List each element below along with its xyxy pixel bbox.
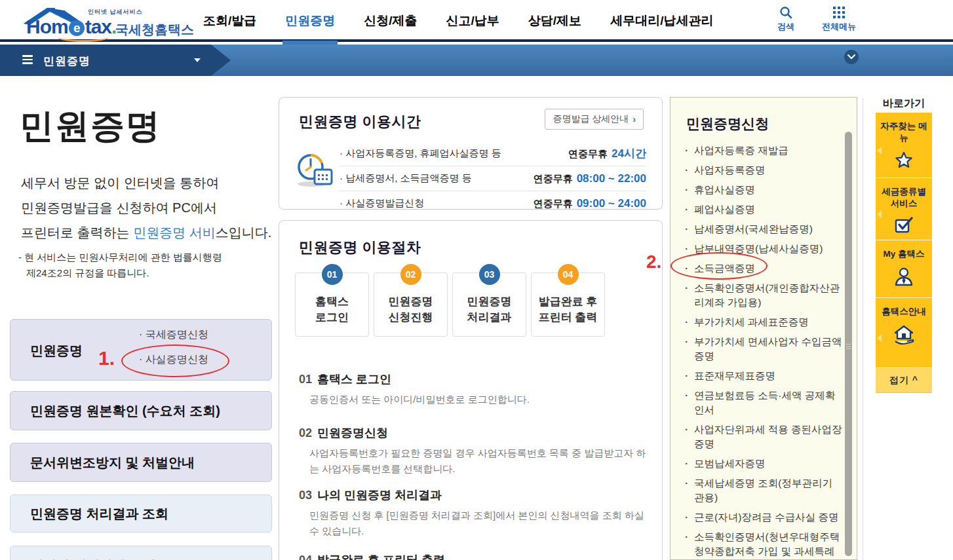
- clock-calendar-icon: [294, 150, 334, 191]
- step-number-badge: 01: [322, 264, 343, 285]
- step-card-apply: 02 민원증명신청진행: [374, 272, 448, 337]
- step-detail-heading: 02민원증명신청: [299, 425, 388, 441]
- issuance-detail-button[interactable]: 증명발급 상세안내›: [545, 109, 644, 130]
- step-card-print: 04 발급완료 후프린터 출력: [531, 272, 605, 337]
- link-national-tax-cert[interactable]: · 국세증명신청: [139, 328, 208, 342]
- search-icon: [779, 6, 792, 19]
- expand-menu-button[interactable]: [844, 50, 859, 64]
- step-detail-heading: 04발급완료 후 프린터 출력: [299, 552, 445, 560]
- time-row: · 납세증명서, 소득금액증명 등 연중무휴08:00 ~ 22:00: [340, 166, 646, 191]
- quick-item-favorite-menu[interactable]: 자주찾는 메뉴: [876, 113, 932, 178]
- nav-report-pay[interactable]: 신고/납부: [445, 0, 501, 43]
- logo-swoosh: [58, 33, 109, 42]
- nav-tax-agent[interactable]: 세무대리/납세관리: [609, 0, 714, 43]
- cert-item-payment-history[interactable]: 납부내역증명(납세사실증명): [685, 242, 842, 256]
- grid-menu-icon: [832, 6, 846, 19]
- certificate-list: 사업자등록증 재발급 사업자등록증명 휴업사실증명 폐업사실증명 납세증명서(국…: [685, 143, 842, 560]
- check-icon: [894, 216, 914, 234]
- procedure-title: 민원증명 이용절차: [299, 238, 421, 257]
- menu-box-forgery-prevention[interactable]: 문서위변조방지 및 처벌안내: [10, 443, 272, 482]
- cert-item-vat-base[interactable]: 부가가치세 과세표준증명: [685, 315, 842, 329]
- chevron-down-icon: [847, 54, 855, 60]
- nav-civil-certificate[interactable]: 민원증명: [284, 0, 336, 43]
- step-card-login: 01 홈택스로그인: [295, 272, 369, 337]
- quick-sidebar: 자주찾는 메뉴 세금종류별 서비스 My 홈택스 홈택스안내 접기 ^: [876, 113, 932, 393]
- cert-item-income-isa[interactable]: 소득확인증명서(개인종합자산관리계좌 가입용): [685, 281, 842, 310]
- step-number-badge: 02: [400, 264, 421, 285]
- procedure-box: 민원증명 이용절차 01 홈택스로그인 02 민원증명신청진행 03 민원증명처…: [279, 220, 663, 560]
- subnav-title: 민원증명: [43, 54, 90, 69]
- cert-item-vat-exempt[interactable]: 부가가치세 면세사업자 수입금액증명: [685, 335, 842, 364]
- step-detail-heading: 03나의 민원증명 처리결과: [299, 487, 442, 503]
- arrow-left-icon: [877, 147, 882, 155]
- main-nav: 조회/발급 민원증명 신청/제출 신고/납부 상담/제보 세무대리/납세관리: [202, 0, 714, 42]
- arrow-left-icon: [877, 334, 882, 342]
- star-icon: [894, 151, 914, 170]
- menu-box-original-check[interactable]: 민원증명 원본확인 (수요처 조회): [10, 391, 272, 430]
- cert-item-model-taxpayer[interactable]: 모범납세자증명: [685, 457, 842, 471]
- certificate-panel-title: 민원증명신청: [686, 115, 769, 133]
- cert-item-suspension[interactable]: 휴업사실증명: [685, 183, 842, 197]
- vertical-divider: [863, 98, 863, 560]
- time-row: · 사업자등록증명, 휴폐업사실증명 등 연중무휴24시간: [340, 141, 646, 166]
- chevron-right-icon: ›: [632, 114, 636, 124]
- nav-consult-report[interactable]: 상담/제보: [527, 0, 583, 43]
- usage-time-rows: · 사업자등록증명, 휴폐업사실증명 등 연중무휴24시간 · 납세증명서, 소…: [340, 141, 646, 215]
- menu-box-waiting-count[interactable]: 민원실 대기인원 조회: [10, 546, 272, 560]
- procedure-steps: 01 홈택스로그인 02 민원증명신청진행 03 민원증명처리결과 04 발급완…: [295, 272, 605, 337]
- hometax-logo[interactable]: 인터넷 납세서비스 Hometax. 국세청홈택스: [17, 4, 181, 39]
- cert-item-biz-registration[interactable]: 사업자등록증명: [685, 163, 842, 177]
- header-tools: 검색 전체메뉴: [777, 6, 856, 33]
- cert-item-biz-reissue[interactable]: 사업자등록증 재발급: [685, 143, 842, 158]
- step-detail-desc: 공동인증서 또는 아이디/비밀번호로 로그인합니다.: [309, 392, 653, 407]
- cert-item-closure[interactable]: 폐업사실증명: [685, 202, 842, 217]
- menu-box-civil-certificate[interactable]: 민원증명 · 국세증명신청 · 사실증명신청: [10, 319, 272, 381]
- subnav-current-section[interactable]: 민원증명: [0, 45, 231, 76]
- scrollbar-thumb[interactable]: [845, 132, 852, 556]
- all-menu-button[interactable]: 전체메뉴: [822, 6, 856, 33]
- annotation-number-1: 1.: [98, 347, 115, 369]
- chevron-down-icon[interactable]: [194, 58, 201, 62]
- cert-item-pension-deduction[interactable]: 연금보험료등 소득·세액 공제확인서: [685, 388, 842, 417]
- all-menu-label: 전체메뉴: [822, 21, 856, 33]
- cert-item-income-amount[interactable]: 소득금액증명: [685, 261, 842, 276]
- cert-item-financial-statements[interactable]: 표준재무제표증명: [685, 369, 842, 383]
- menu-box-title: 민원증명: [30, 342, 83, 360]
- cert-item-eitc[interactable]: 근로(자녀)장려금 수급사실 증명: [685, 510, 842, 525]
- cert-item-youth-savings[interactable]: 소득확인증명서(청년우대형주택청약종합저축 가입 및 과세특례 신청용): [685, 530, 842, 560]
- logo-suffix: 국세청홈택스: [115, 21, 194, 39]
- nav-inquiry-issue[interactable]: 조회/발급: [202, 0, 258, 43]
- usage-time-title: 민원증명 이용시간: [299, 112, 421, 132]
- menu-box-result-inquiry[interactable]: 민원증명 처리결과 조회: [10, 495, 272, 532]
- annotation-number-2: 2.: [646, 252, 661, 272]
- menu-box-links: · 국세증명신청 · 사실증명신청: [139, 328, 208, 378]
- quick-item-hometax-guide[interactable]: 홈택스안내: [876, 298, 932, 368]
- step-detail-desc: 사업자등록번호가 필요한 증명일 경우 사업자등록번호 목록 중 발급받고자 하…: [309, 445, 653, 477]
- collapse-button[interactable]: 접기 ^: [876, 368, 932, 392]
- top-header: 인터넷 납세서비스 Hometax. 국세청홈택스 조회/발급 민원증명 신청/…: [0, 0, 953, 42]
- quick-item-my-hometax[interactable]: My 홈택스: [876, 240, 932, 298]
- step-number-badge: 03: [479, 264, 500, 285]
- certificate-panel: 민원증명신청 사업자등록증 재발급 사업자등록증명 휴업사실증명 폐업사실증명 …: [670, 97, 857, 560]
- step-card-result: 03 민원증명처리결과: [452, 272, 526, 337]
- quick-item-tax-type-services[interactable]: 세금종류별 서비스: [876, 178, 932, 240]
- page-intro: 세무서 방문 없이 인터넷을 통하여 민원증명발급을 신청하여 PC에서 프린터…: [21, 170, 271, 245]
- intro-link[interactable]: 민원증명 서비: [133, 225, 216, 240]
- cert-item-gov-inquiry[interactable]: 국세납세증명 조회(정부관리기관용): [685, 476, 842, 505]
- hamburger-icon[interactable]: [22, 55, 33, 64]
- subnav-bar: 민원증명: [0, 45, 953, 76]
- search-button[interactable]: 검색: [777, 6, 794, 33]
- legal-note: - 현 서비스는 민원사무처리에 관한 법률시행령 제24조2의 규정을 따릅니…: [18, 250, 222, 281]
- person-icon: [894, 267, 914, 286]
- quick-sidebar-title: 바로가기: [876, 97, 932, 111]
- step-detail-desc: 민원증명 신청 후 [민원증명 처리결과 조회]에서 본인의 신청내역을 조회 …: [309, 508, 653, 539]
- link-fact-cert[interactable]: · 사실증명신청: [139, 353, 208, 367]
- arrow-left-icon: [877, 210, 882, 218]
- house-icon: [893, 324, 915, 345]
- nav-apply-submit[interactable]: 신청/제출: [362, 0, 418, 43]
- cert-item-unit-taxation[interactable]: 사업자단위과세 적용 종된사업장 증명: [685, 422, 842, 451]
- cert-item-tax-payment[interactable]: 납세증명서(국세완납증명): [685, 222, 842, 236]
- usage-time-box: 민원증명 이용시간 증명발급 상세안내› · 사업자등록증명, 휴폐업사실증명 …: [279, 97, 663, 210]
- step-detail-heading: 01홈택스 로그인: [299, 371, 391, 387]
- search-label: 검색: [777, 21, 794, 33]
